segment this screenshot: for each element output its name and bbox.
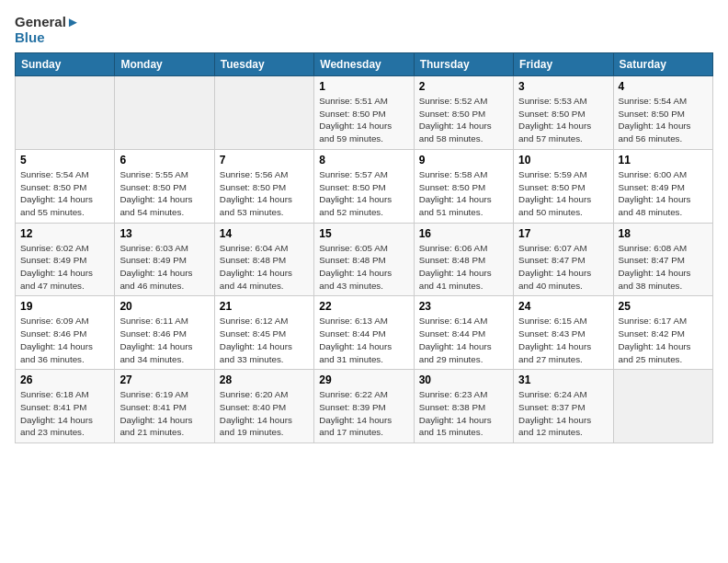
- day-of-week-header: Monday: [115, 53, 214, 76]
- day-number: 29: [319, 373, 408, 386]
- day-number: 9: [419, 154, 508, 167]
- day-number: 30: [419, 373, 508, 386]
- day-number: 25: [619, 300, 708, 313]
- calendar-cell: 27Sunrise: 6:19 AM Sunset: 8:41 PM Dayli…: [115, 370, 214, 443]
- day-of-week-header: Sunday: [16, 53, 115, 76]
- day-number: 8: [319, 154, 408, 167]
- day-info: Sunrise: 6:18 AM Sunset: 8:41 PM Dayligh…: [20, 388, 109, 439]
- day-info: Sunrise: 6:13 AM Sunset: 8:44 PM Dayligh…: [319, 315, 408, 365]
- day-info: Sunrise: 5:52 AM Sunset: 8:50 PM Dayligh…: [419, 95, 508, 145]
- day-number: 19: [20, 300, 109, 313]
- day-number: 5: [20, 154, 109, 167]
- day-number: 16: [419, 227, 508, 240]
- day-info: Sunrise: 6:05 AM Sunset: 8:48 PM Dayligh…: [319, 242, 408, 293]
- day-number: 28: [220, 373, 309, 386]
- calendar-cell: 11Sunrise: 6:00 AM Sunset: 8:49 PM Dayli…: [613, 149, 712, 223]
- calendar-cell: 10Sunrise: 5:59 AM Sunset: 8:50 PM Dayli…: [514, 149, 613, 223]
- calendar-cell: [16, 76, 115, 150]
- calendar-cell: 21Sunrise: 6:12 AM Sunset: 8:45 PM Dayli…: [214, 296, 313, 370]
- calendar-cell: 28Sunrise: 6:20 AM Sunset: 8:40 PM Dayli…: [214, 370, 313, 443]
- calendar-week-row: 5Sunrise: 5:54 AM Sunset: 8:50 PM Daylig…: [16, 149, 713, 223]
- calendar-cell: 22Sunrise: 6:13 AM Sunset: 8:44 PM Dayli…: [314, 296, 414, 370]
- day-info: Sunrise: 6:11 AM Sunset: 8:46 PM Dayligh…: [119, 315, 209, 365]
- day-of-week-header: Friday: [514, 53, 613, 76]
- day-number: 2: [419, 80, 508, 93]
- day-info: Sunrise: 5:54 AM Sunset: 8:50 PM Dayligh…: [619, 95, 708, 145]
- calendar-cell: 8Sunrise: 5:57 AM Sunset: 8:50 PM Daylig…: [314, 149, 414, 223]
- calendar-cell: 14Sunrise: 6:04 AM Sunset: 8:48 PM Dayli…: [214, 223, 313, 296]
- calendar-cell: 1Sunrise: 5:51 AM Sunset: 8:50 PM Daylig…: [314, 76, 414, 150]
- day-number: 23: [419, 300, 508, 313]
- logo: General► Blue: [15, 15, 80, 45]
- day-number: 20: [119, 300, 209, 313]
- day-info: Sunrise: 5:54 AM Sunset: 8:50 PM Dayligh…: [20, 168, 109, 219]
- day-info: Sunrise: 6:12 AM Sunset: 8:45 PM Dayligh…: [220, 315, 309, 365]
- day-info: Sunrise: 5:53 AM Sunset: 8:50 PM Dayligh…: [518, 95, 608, 145]
- day-info: Sunrise: 6:19 AM Sunset: 8:41 PM Dayligh…: [119, 388, 209, 439]
- calendar-cell: 3Sunrise: 5:53 AM Sunset: 8:50 PM Daylig…: [514, 76, 613, 150]
- day-info: Sunrise: 6:22 AM Sunset: 8:39 PM Dayligh…: [319, 388, 408, 439]
- day-info: Sunrise: 6:07 AM Sunset: 8:47 PM Dayligh…: [518, 242, 608, 293]
- day-info: Sunrise: 5:56 AM Sunset: 8:50 PM Dayligh…: [220, 168, 309, 219]
- day-number: 1: [319, 80, 408, 93]
- day-number: 17: [518, 227, 608, 240]
- calendar-cell: 29Sunrise: 6:22 AM Sunset: 8:39 PM Dayli…: [314, 370, 414, 443]
- calendar-cell: 16Sunrise: 6:06 AM Sunset: 8:48 PM Dayli…: [414, 223, 513, 296]
- day-info: Sunrise: 6:02 AM Sunset: 8:49 PM Dayligh…: [20, 242, 109, 293]
- calendar-cell: 19Sunrise: 6:09 AM Sunset: 8:46 PM Dayli…: [16, 296, 115, 370]
- day-number: 13: [119, 227, 209, 240]
- logo-text: General► Blue: [15, 15, 80, 45]
- calendar-cell: 24Sunrise: 6:15 AM Sunset: 8:43 PM Dayli…: [514, 296, 613, 370]
- day-number: 4: [619, 80, 708, 93]
- day-of-week-header: Tuesday: [214, 53, 313, 76]
- day-of-week-header: Thursday: [414, 53, 513, 76]
- calendar-cell: 12Sunrise: 6:02 AM Sunset: 8:49 PM Dayli…: [16, 223, 115, 296]
- day-number: 7: [220, 154, 309, 167]
- calendar-cell: 4Sunrise: 5:54 AM Sunset: 8:50 PM Daylig…: [613, 76, 712, 150]
- calendar-cell: 2Sunrise: 5:52 AM Sunset: 8:50 PM Daylig…: [414, 76, 513, 150]
- day-number: 21: [220, 300, 309, 313]
- day-info: Sunrise: 6:15 AM Sunset: 8:43 PM Dayligh…: [518, 315, 608, 365]
- day-number: 11: [619, 154, 708, 167]
- day-number: 27: [119, 373, 209, 386]
- day-number: 10: [518, 154, 608, 167]
- day-info: Sunrise: 6:06 AM Sunset: 8:48 PM Dayligh…: [419, 242, 508, 293]
- day-info: Sunrise: 6:17 AM Sunset: 8:42 PM Dayligh…: [619, 315, 708, 365]
- calendar-cell: 30Sunrise: 6:23 AM Sunset: 8:38 PM Dayli…: [414, 370, 513, 443]
- day-info: Sunrise: 5:55 AM Sunset: 8:50 PM Dayligh…: [119, 168, 209, 219]
- day-number: 12: [20, 227, 109, 240]
- day-of-week-header: Saturday: [613, 53, 712, 76]
- day-info: Sunrise: 6:14 AM Sunset: 8:44 PM Dayligh…: [419, 315, 508, 365]
- day-info: Sunrise: 6:09 AM Sunset: 8:46 PM Dayligh…: [20, 315, 109, 365]
- calendar-cell: 15Sunrise: 6:05 AM Sunset: 8:48 PM Dayli…: [314, 223, 414, 296]
- calendar-table: SundayMondayTuesdayWednesdayThursdayFrid…: [15, 52, 713, 443]
- day-info: Sunrise: 6:23 AM Sunset: 8:38 PM Dayligh…: [419, 388, 508, 439]
- day-info: Sunrise: 5:51 AM Sunset: 8:50 PM Dayligh…: [319, 95, 408, 145]
- day-number: 22: [319, 300, 408, 313]
- calendar-cell: [613, 370, 712, 443]
- calendar-cell: 5Sunrise: 5:54 AM Sunset: 8:50 PM Daylig…: [16, 149, 115, 223]
- day-info: Sunrise: 5:57 AM Sunset: 8:50 PM Dayligh…: [319, 168, 408, 219]
- calendar-cell: [214, 76, 313, 150]
- day-info: Sunrise: 5:59 AM Sunset: 8:50 PM Dayligh…: [518, 168, 608, 219]
- day-info: Sunrise: 5:58 AM Sunset: 8:50 PM Dayligh…: [419, 168, 508, 219]
- logo-general: General►: [15, 15, 80, 30]
- calendar-cell: 6Sunrise: 5:55 AM Sunset: 8:50 PM Daylig…: [115, 149, 214, 223]
- calendar-cell: 17Sunrise: 6:07 AM Sunset: 8:47 PM Dayli…: [514, 223, 613, 296]
- calendar-cell: 23Sunrise: 6:14 AM Sunset: 8:44 PM Dayli…: [414, 296, 513, 370]
- logo-blue: Blue: [15, 30, 80, 46]
- day-number: 15: [319, 227, 408, 240]
- calendar-week-row: 19Sunrise: 6:09 AM Sunset: 8:46 PM Dayli…: [16, 296, 713, 370]
- day-of-week-header: Wednesday: [314, 53, 414, 76]
- day-number: 24: [518, 300, 608, 313]
- day-info: Sunrise: 6:04 AM Sunset: 8:48 PM Dayligh…: [220, 242, 309, 293]
- calendar-cell: 31Sunrise: 6:24 AM Sunset: 8:37 PM Dayli…: [514, 370, 613, 443]
- calendar-cell: 20Sunrise: 6:11 AM Sunset: 8:46 PM Dayli…: [115, 296, 214, 370]
- calendar-week-row: 12Sunrise: 6:02 AM Sunset: 8:49 PM Dayli…: [16, 223, 713, 296]
- day-number: 6: [119, 154, 209, 167]
- calendar-week-row: 26Sunrise: 6:18 AM Sunset: 8:41 PM Dayli…: [16, 370, 713, 443]
- calendar-cell: 26Sunrise: 6:18 AM Sunset: 8:41 PM Dayli…: [16, 370, 115, 443]
- day-info: Sunrise: 6:08 AM Sunset: 8:47 PM Dayligh…: [619, 242, 708, 293]
- calendar-cell: 25Sunrise: 6:17 AM Sunset: 8:42 PM Dayli…: [613, 296, 712, 370]
- page-header: General► Blue: [15, 15, 713, 45]
